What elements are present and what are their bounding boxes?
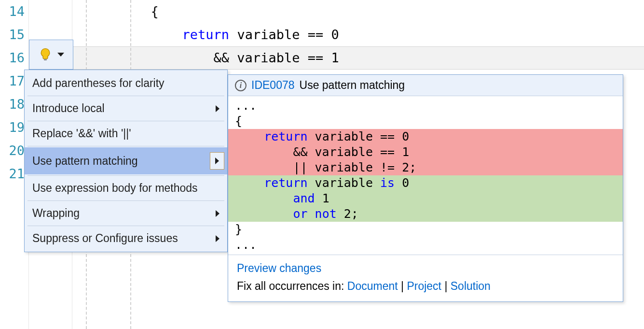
diff-view: ... { return variable == 0 && variable =… — [228, 96, 623, 255]
code-line-14: { — [72, 0, 644, 23]
line-number: 15 — [0, 23, 25, 46]
menu-separator — [27, 175, 224, 176]
diff-context: } — [228, 222, 623, 237]
code-line-15: return variable == 0 — [72, 23, 644, 46]
menu-item-use-pattern-matching[interactable]: Use pattern matching — [25, 147, 227, 174]
line-number: 17 — [0, 70, 25, 93]
diff-added-line: return variable is 0 — [228, 175, 623, 191]
fix-all-row: Fix all occurrences in: Document | Proje… — [237, 280, 614, 293]
line-number: 18 — [0, 93, 25, 116]
diff-removed-line: return variable == 0 — [228, 129, 623, 144]
submenu-arrow-icon — [216, 105, 219, 112]
menu-item-label: Suppress or Configure issues — [32, 232, 178, 245]
menu-item-label: Use pattern matching — [32, 155, 138, 168]
diff-added-line: and 1 — [228, 191, 623, 206]
diagnostic-id[interactable]: IDE0078 — [251, 79, 295, 92]
line-number: 20 — [0, 139, 25, 162]
menu-separator — [27, 146, 224, 146]
line-number: 14 — [0, 0, 25, 23]
info-icon: i — [235, 80, 247, 91]
fix-project-link[interactable]: Project — [407, 280, 441, 292]
menu-item-label: Replace '&&' with '||' — [32, 127, 131, 140]
submenu-arrow-icon — [215, 157, 219, 164]
submenu-indicator — [210, 152, 224, 170]
quick-actions-menu: Add parentheses for clarity Introduce lo… — [24, 70, 228, 252]
fix-all-label: Fix all occurrences in: — [237, 280, 347, 292]
menu-item-label: Wrapping — [32, 207, 80, 220]
fix-document-link[interactable]: Document — [347, 280, 398, 292]
menu-item-replace-and[interactable]: Replace '&&' with '||' — [25, 122, 227, 145]
submenu-arrow-icon — [216, 235, 219, 242]
diff-added-line: or not 2; — [228, 206, 623, 222]
preview-header: i IDE0078 Use pattern matching — [228, 75, 623, 96]
diagnostic-title: Use pattern matching — [300, 79, 405, 92]
menu-separator — [27, 96, 224, 96]
line-number: 21 — [0, 162, 25, 186]
menu-item-label: Use expression body for methods — [32, 182, 198, 195]
menu-item-add-parentheses[interactable]: Add parentheses for clarity — [25, 72, 227, 95]
diff-context: { — [228, 114, 623, 129]
diff-removed-line: || variable != 2; — [228, 160, 623, 175]
submenu-arrow-icon — [216, 210, 219, 217]
menu-separator — [27, 200, 224, 201]
quick-actions-lightbulb[interactable] — [29, 40, 73, 70]
menu-item-suppress-configure[interactable]: Suppress or Configure issues — [25, 227, 227, 250]
line-number: 16 — [0, 46, 25, 70]
diff-removed-line: && variable == 1 — [228, 144, 623, 160]
code-line-16-current: && variable == 1 — [72, 46, 644, 70]
diff-context: ... — [228, 98, 623, 114]
fix-solution-link[interactable]: Solution — [451, 280, 491, 292]
chevron-down-icon — [57, 53, 64, 57]
diff-context: ... — [228, 237, 623, 253]
menu-item-wrapping[interactable]: Wrapping — [25, 202, 227, 225]
lightbulb-icon — [38, 47, 53, 62]
code-fix-preview-panel: i IDE0078 Use pattern matching ... { ret… — [228, 74, 623, 302]
menu-item-expression-body[interactable]: Use expression body for methods — [25, 177, 227, 200]
preview-changes-link[interactable]: Preview changes — [237, 262, 321, 274]
menu-item-label: Add parentheses for clarity — [32, 77, 164, 90]
menu-separator — [27, 226, 224, 226]
line-number: 19 — [0, 116, 25, 139]
menu-item-introduce-local[interactable]: Introduce local — [25, 97, 227, 120]
menu-item-label: Introduce local — [32, 102, 105, 115]
preview-footer: Preview changes Fix all occurrences in: … — [228, 255, 623, 301]
svg-rect-0 — [44, 59, 47, 60]
menu-separator — [27, 121, 224, 121]
